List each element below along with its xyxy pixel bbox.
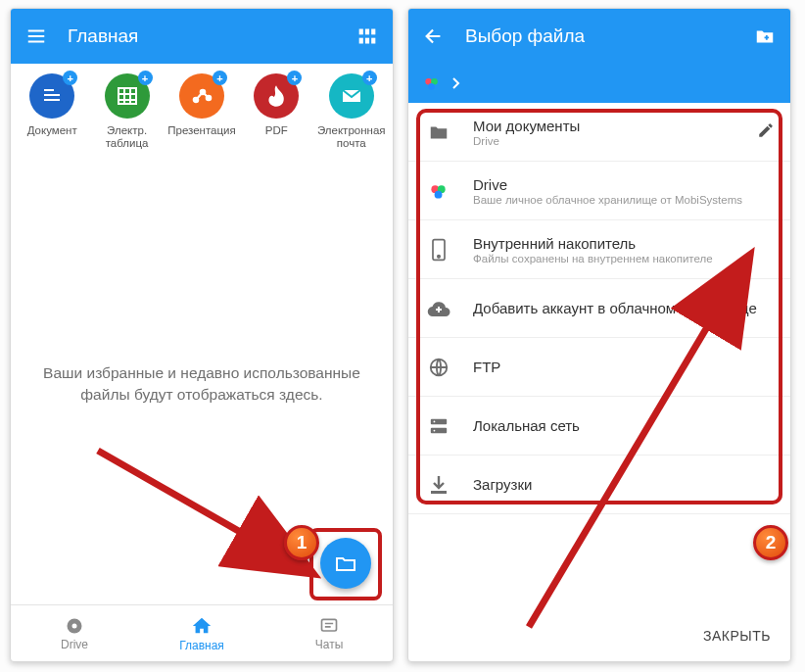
- svg-point-18: [428, 83, 435, 90]
- create-row: + Документ + Электр. таблица + Презентац…: [11, 64, 393, 164]
- create-email[interactable]: + Электронная почта: [315, 73, 388, 160]
- svg-rect-2: [371, 29, 375, 35]
- svg-rect-1: [365, 29, 369, 35]
- appbar-title: Главная: [68, 25, 336, 47]
- file-source-list: Мои документыDrive DriveВаше личное обла…: [408, 103, 790, 610]
- create-spreadsheet[interactable]: + Электр. таблица: [91, 73, 164, 160]
- plus-icon: +: [287, 71, 302, 85]
- row-add-cloud-account[interactable]: Добавить аккаунт в облачном хранилище: [408, 279, 790, 338]
- new-folder-icon[interactable]: [753, 24, 777, 48]
- svg-point-27: [434, 420, 436, 422]
- globe-icon: [426, 357, 451, 378]
- svg-rect-4: [365, 38, 369, 44]
- phone-file-picker: Выбор файла Мои документыDrive DriveВаше…: [407, 8, 791, 662]
- download-icon: [426, 474, 451, 496]
- annotation-badge-1: 1: [284, 525, 319, 560]
- svg-rect-7: [44, 94, 60, 96]
- row-internal-storage[interactable]: Внутренний накопительФайлы сохранены на …: [408, 220, 790, 279]
- svg-rect-5: [371, 38, 375, 44]
- drive-icon: [426, 180, 451, 202]
- plus-icon: +: [63, 71, 77, 85]
- svg-rect-15: [322, 619, 337, 631]
- view-grid-icon[interactable]: [355, 24, 379, 48]
- close-button[interactable]: ЗАКРЫТЬ: [703, 628, 771, 644]
- plus-icon: +: [362, 71, 377, 85]
- svg-point-28: [434, 429, 436, 431]
- svg-rect-26: [431, 427, 447, 432]
- chevron-right-icon: [451, 76, 461, 90]
- annotation-badge-2: 2: [753, 525, 788, 560]
- empty-state-text: Ваши избранные и недавно использованные …: [30, 362, 373, 407]
- phone-home: Главная + Документ + Электр. таблица +: [10, 8, 394, 662]
- svg-point-21: [435, 190, 443, 198]
- nav-chats[interactable]: Чаты: [265, 605, 393, 661]
- svg-rect-29: [431, 491, 447, 494]
- phone-storage-icon: [426, 238, 451, 262]
- folder-icon: [426, 121, 451, 143]
- nav-drive[interactable]: Drive: [11, 605, 138, 661]
- plus-icon: +: [213, 71, 227, 85]
- plus-icon: +: [138, 71, 153, 85]
- appbar-home: Главная: [11, 9, 393, 64]
- row-my-documents[interactable]: Мои документыDrive: [408, 103, 790, 162]
- svg-rect-8: [44, 99, 60, 101]
- svg-rect-6: [44, 89, 54, 91]
- cloud-plus-icon: [426, 299, 451, 318]
- bottom-nav: Drive Главная Чаты: [11, 604, 393, 661]
- svg-rect-0: [359, 29, 363, 35]
- pencil-icon[interactable]: [757, 121, 775, 143]
- create-presentation[interactable]: + Презентация: [166, 73, 238, 160]
- lan-icon: [426, 416, 451, 436]
- create-pdf[interactable]: + PDF: [240, 73, 312, 160]
- svg-point-14: [72, 623, 77, 628]
- row-local-network[interactable]: Локальная сеть: [408, 397, 790, 456]
- create-document[interactable]: + Документ: [16, 73, 88, 160]
- dialog-footer: ЗАКРЫТЬ: [408, 610, 790, 661]
- breadcrumb[interactable]: [408, 64, 790, 103]
- row-ftp[interactable]: FTP: [408, 338, 790, 397]
- svg-point-23: [438, 255, 440, 257]
- row-downloads[interactable]: Загрузки: [408, 456, 790, 514]
- hamburger-icon[interactable]: [24, 24, 48, 48]
- appbar-title: Выбор файла: [465, 25, 734, 47]
- back-arrow-icon[interactable]: [422, 24, 446, 48]
- svg-rect-9: [118, 88, 136, 104]
- row-drive[interactable]: DriveВаше личное облачное хранилище от M…: [408, 162, 790, 220]
- fab-open-folder[interactable]: [320, 538, 371, 589]
- svg-rect-25: [431, 418, 447, 423]
- svg-rect-3: [359, 38, 363, 44]
- drive-root-icon: [422, 73, 442, 93]
- nav-home[interactable]: Главная: [138, 605, 265, 661]
- empty-state: Ваши избранные и недавно использованные …: [11, 164, 393, 604]
- appbar-picker: Выбор файла: [408, 9, 790, 64]
